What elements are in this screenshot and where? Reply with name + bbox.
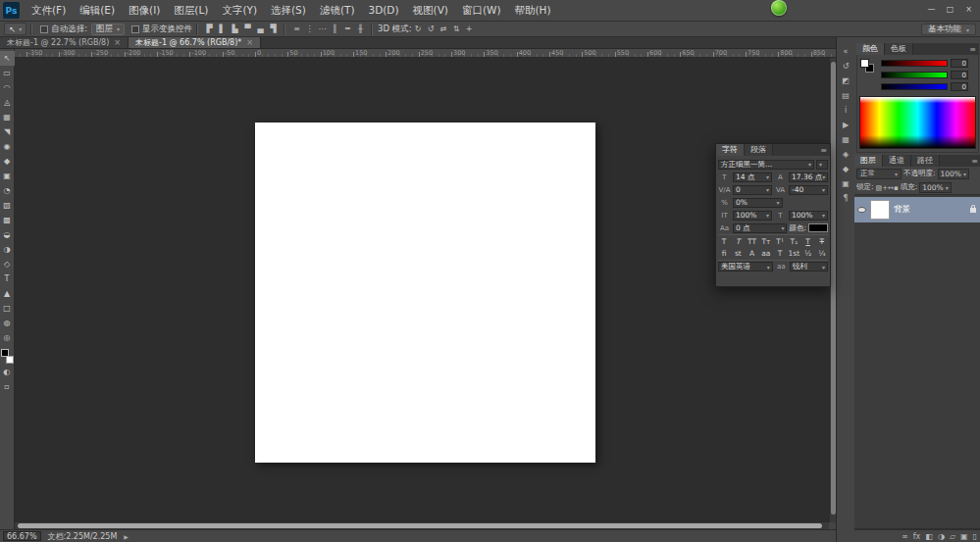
green-gradient-bar[interactable] xyxy=(881,72,948,78)
menu-item[interactable]: 3D(D) xyxy=(361,0,405,21)
history-brush-tool[interactable]: ◔ xyxy=(0,183,15,198)
align-icon[interactable]: ▀ xyxy=(241,25,254,33)
text-color-swatch[interactable] xyxy=(808,223,828,232)
opacity-field[interactable]: 100% ▾ xyxy=(938,169,969,179)
layers-panel-tab[interactable]: 路径 xyxy=(911,155,940,167)
brush-panel-icon[interactable]: ◆ xyxy=(839,163,853,175)
distribute-icon[interactable]: ═ xyxy=(341,25,354,33)
text-style-button[interactable]: T xyxy=(718,237,730,246)
eraser-tool[interactable]: ▧ xyxy=(0,198,15,213)
menu-item[interactable]: 选择(S) xyxy=(264,0,313,21)
lasso-tool[interactable]: ◠ xyxy=(0,80,15,95)
green-value-field[interactable]: 0 xyxy=(951,71,968,79)
dodge-tool[interactable]: ◑ xyxy=(0,242,15,257)
char-value-field[interactable]: 100%▾ xyxy=(733,211,772,221)
marquee-tool[interactable]: ▭ xyxy=(0,66,15,80)
align-icon[interactable]: ▄ xyxy=(254,25,267,33)
navigator-panel-icon[interactable]: ◈ xyxy=(839,148,853,161)
blue-value-field[interactable]: 0 xyxy=(951,82,968,91)
link-layers-icon[interactable]: ∞ xyxy=(902,532,908,541)
anti-alias-dropdown[interactable]: 锐利▾ xyxy=(790,262,828,271)
distribute-icon[interactable]: ⋯ xyxy=(316,25,329,33)
quick-selection-tool[interactable]: ◬ xyxy=(0,95,15,110)
auto-select-target-dropdown[interactable]: 图层 ▾ xyxy=(91,24,125,35)
menu-item[interactable]: 文字(Y) xyxy=(215,0,264,21)
menu-item[interactable]: 文件(F) xyxy=(25,0,73,21)
actions-panel-icon[interactable]: ▶ xyxy=(839,119,853,131)
mode-3d-icon[interactable]: ↻ xyxy=(412,25,425,33)
crop-tool[interactable]: ▦ xyxy=(0,110,15,124)
color-panel-tab[interactable]: 色板 xyxy=(885,43,913,55)
close-button[interactable]: × xyxy=(959,2,978,17)
char-value-field[interactable]: 0%▾ xyxy=(733,198,783,208)
tool-preset-picker[interactable]: ↖ ▾ xyxy=(4,23,26,35)
tab-close-icon[interactable]: × xyxy=(114,38,121,47)
show-transform-checkbox[interactable] xyxy=(131,25,139,33)
font-style-dropdown[interactable]: ▾ xyxy=(816,160,828,170)
canvas-area[interactable] xyxy=(15,58,829,522)
layer-visibility-eye-icon[interactable] xyxy=(857,207,866,213)
background-color-swatch[interactable] xyxy=(6,356,14,364)
character-panel-tab[interactable]: 段落 xyxy=(745,144,773,156)
char-value-field[interactable]: 14 点▾ xyxy=(733,172,772,182)
opentype-button[interactable]: 1st xyxy=(788,249,799,258)
info-panel-icon[interactable]: i xyxy=(839,104,853,117)
layer-row[interactable]: 背景 xyxy=(854,197,980,222)
align-icon[interactable]: ▌ xyxy=(216,25,229,33)
color-slider-blue[interactable]: 0 xyxy=(881,82,968,91)
align-icon[interactable]: ▜ xyxy=(267,25,280,33)
opentype-button[interactable]: fi xyxy=(718,249,730,258)
menu-item[interactable]: 视图(V) xyxy=(406,0,455,21)
menu-item[interactable]: 窗口(W) xyxy=(455,0,508,21)
opentype-button[interactable]: aa xyxy=(760,249,772,258)
layers-panel-tab[interactable]: 图层 xyxy=(854,155,883,167)
blend-mode-dropdown[interactable]: 正常 ▾ xyxy=(856,169,902,179)
color-panel-tab[interactable]: 颜色 xyxy=(856,43,885,55)
zoom-tool[interactable]: ◎ xyxy=(0,330,15,345)
opentype-button[interactable]: A xyxy=(747,249,758,258)
history-panel-icon[interactable]: ↺ xyxy=(839,60,853,73)
language-dropdown[interactable]: 美国英语▾ xyxy=(718,262,773,271)
gradient-tool[interactable]: ▩ xyxy=(0,213,15,227)
clone-stamp-tool[interactable]: ▣ xyxy=(0,169,15,183)
opentype-button[interactable]: ½ xyxy=(802,249,814,258)
collapse-panels-icon[interactable]: « xyxy=(839,45,853,58)
horizontal-ruler[interactable]: -350-300-250-200-150-100-500501001502002… xyxy=(15,49,836,58)
distribute-icon[interactable]: ║ xyxy=(329,25,341,33)
font-family-dropdown[interactable]: 方正细黑一简...▾ xyxy=(718,160,814,170)
panel-menu-icon[interactable]: ≡ xyxy=(971,157,978,166)
char-value-field[interactable]: 0▾ xyxy=(733,185,772,195)
color-slider-red[interactable]: 0 xyxy=(881,59,968,68)
layer-group-icon[interactable]: ▱ xyxy=(950,532,955,541)
clone-source-panel-icon[interactable]: ▣ xyxy=(839,177,853,190)
menu-item[interactable]: 编辑(E) xyxy=(73,0,122,21)
distribute-icon[interactable]: ≡ xyxy=(290,25,303,33)
adjustment-layer-icon[interactable]: ◑ xyxy=(938,532,945,541)
baseline-shift-field[interactable]: 0 点▾ xyxy=(733,223,787,233)
text-style-button[interactable]: T xyxy=(802,237,814,246)
pen-tool[interactable]: ◇ xyxy=(0,257,15,271)
menu-item[interactable]: 滤镜(T) xyxy=(313,0,362,21)
workspace-switcher[interactable]: 基本功能 ▾ xyxy=(921,24,976,35)
fill-field[interactable]: 100% ▾ xyxy=(919,182,951,193)
panel-menu-icon[interactable]: ≡ xyxy=(820,146,827,155)
document-tab[interactable]: 未标题-1 @ 22.7% (RGB/8)× xyxy=(0,37,129,48)
paragraph-panel-icon[interactable]: ¶ xyxy=(839,192,853,205)
mode-3d-icon[interactable]: ↺ xyxy=(425,25,438,33)
mode-3d-icon[interactable]: ⇄ xyxy=(438,25,450,33)
styles-panel-icon[interactable]: ▦ xyxy=(839,133,853,146)
character-panel-tab[interactable]: 字符 xyxy=(716,144,745,156)
color-swatch-pair[interactable] xyxy=(860,59,876,74)
opentype-button[interactable]: ¼ xyxy=(816,249,828,258)
foreground-color-swatch[interactable] xyxy=(1,349,9,357)
lock-icon[interactable]: ▪ xyxy=(894,184,899,192)
char-value-field[interactable]: 100%▾ xyxy=(789,211,828,221)
horizontal-scrollbar[interactable] xyxy=(15,522,829,529)
shape-tool[interactable]: □ xyxy=(0,301,15,316)
text-style-button[interactable]: T xyxy=(816,237,828,246)
opentype-button[interactable]: st xyxy=(732,249,744,258)
new-layer-icon[interactable]: ▣ xyxy=(960,532,968,541)
hand-tool[interactable]: ◍ xyxy=(0,316,15,330)
char-value-field[interactable]: 17.36 点▾ xyxy=(789,172,828,182)
healing-brush-tool[interactable]: ◉ xyxy=(0,139,15,154)
